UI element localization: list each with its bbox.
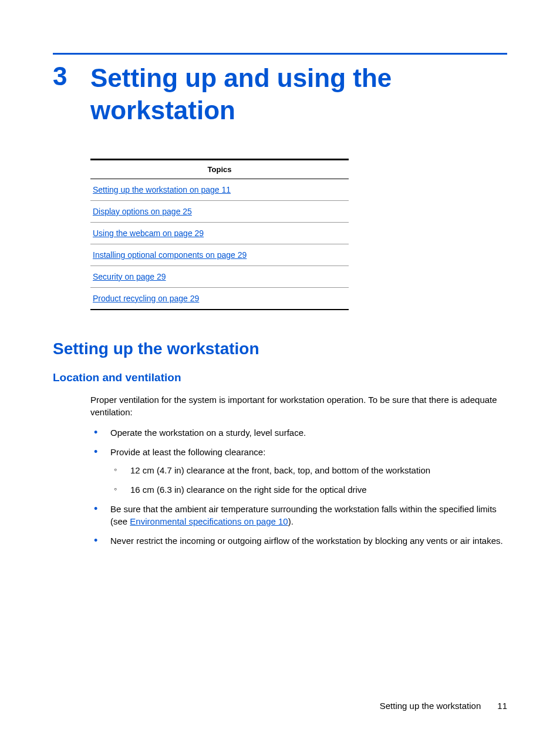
sub-list-item: 16 cm (6.3 in) clearance on the right si… [110, 483, 507, 496]
environmental-spec-link[interactable]: Environmental specifications on page 10 [130, 516, 288, 526]
topic-link-display-options[interactable]: Display options on page 25 [93, 207, 192, 216]
subsection-heading: Location and ventilation [53, 371, 507, 384]
topic-link-product-recycling[interactable]: Product recycling on page 29 [93, 294, 199, 303]
table-row: Product recycling on page 29 [90, 288, 349, 310]
bullet-list: Operate the workstation on a sturdy, lev… [90, 426, 507, 547]
table-row: Security on page 29 [90, 266, 349, 288]
chapter-header: 3 Setting up and using the workstation [53, 62, 507, 126]
list-item: Operate the workstation on a sturdy, lev… [90, 426, 507, 439]
list-item: Never restrict the incoming or outgoing … [90, 535, 507, 547]
chapter-top-rule [53, 53, 507, 55]
chapter-title: Setting up and using the workstation [90, 62, 507, 126]
topic-link-webcam[interactable]: Using the webcam on page 29 [93, 228, 204, 238]
list-item-text-post: ). [288, 516, 294, 526]
table-row: Using the webcam on page 29 [90, 223, 349, 244]
list-item: Provide at least the following clearance… [90, 446, 507, 496]
topic-link-security[interactable]: Security on page 29 [93, 272, 166, 281]
chapter-number: 3 [53, 62, 73, 92]
footer-page-number: 11 [497, 701, 507, 711]
list-item: Be sure that the ambient air temperature… [90, 503, 507, 527]
sub-list-item: 12 cm (4.7 in) clearance at the front, b… [110, 464, 507, 476]
topics-header: Topics [90, 160, 349, 179]
list-item-text: Provide at least the following clearance… [110, 447, 265, 457]
table-row: Display options on page 25 [90, 201, 349, 223]
section-heading: Setting up the workstation [53, 340, 507, 358]
topic-link-setting-up[interactable]: Setting up the workstation on page 11 [93, 185, 231, 194]
intro-paragraph: Proper ventilation for the system is imp… [90, 394, 507, 418]
topic-link-optional-components[interactable]: Installing optional components on page 2… [93, 250, 247, 260]
footer-section-name: Setting up the workstation [380, 701, 481, 711]
topics-table: Topics Setting up the workstation on pag… [90, 159, 349, 310]
sub-list: 12 cm (4.7 in) clearance at the front, b… [110, 464, 507, 496]
table-row: Installing optional components on page 2… [90, 244, 349, 266]
page-footer: Setting up the workstation 11 [380, 701, 507, 711]
page-content: 3 Setting up and using the workstation T… [0, 0, 560, 547]
table-row: Setting up the workstation on page 11 [90, 179, 349, 201]
